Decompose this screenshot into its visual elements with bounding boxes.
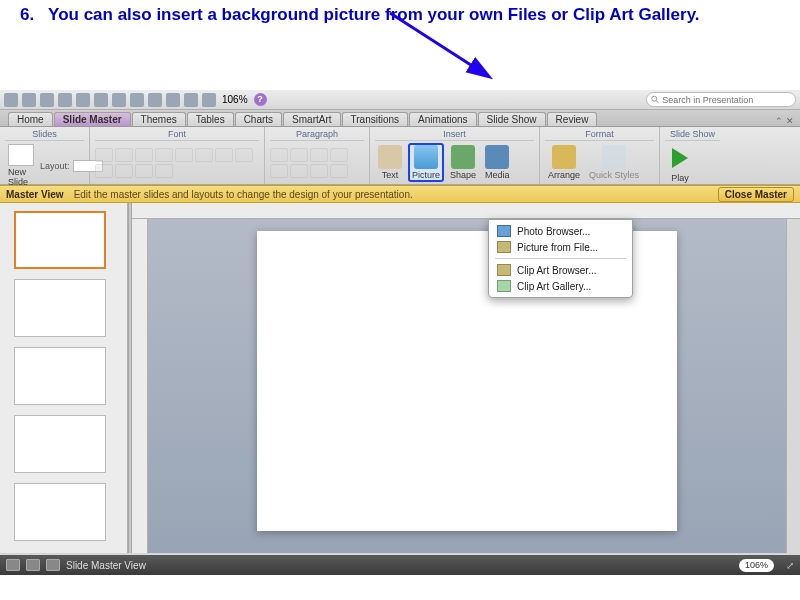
step-text: You can also insert a background picture… — [48, 5, 699, 24]
slide-thumbnail-panel[interactable] — [0, 203, 128, 553]
clipart-browser-icon — [497, 264, 511, 276]
cut-icon[interactable] — [112, 93, 126, 107]
quickstyles-button[interactable]: Quick Styles — [586, 144, 642, 181]
svg-line-0 — [390, 13, 488, 76]
fit-icon[interactable]: ⤢ — [786, 560, 794, 571]
menu-label: Picture from File... — [517, 242, 598, 253]
shape-button[interactable]: Shape — [447, 144, 479, 181]
play-label: Play — [671, 173, 689, 183]
copy-icon[interactable] — [130, 93, 144, 107]
toolbox-icon[interactable] — [184, 93, 198, 107]
picture-dropdown-menu: Photo Browser... Picture from File... Cl… — [488, 219, 633, 298]
arrange-icon — [552, 145, 576, 169]
group-title-insert: Insert — [375, 129, 534, 141]
new-slide-button[interactable]: New Slide — [5, 143, 37, 188]
status-view-label: Slide Master View — [66, 560, 146, 571]
media-label: Media — [485, 170, 510, 180]
tab-animations[interactable]: Animations — [409, 112, 476, 126]
media-icon — [485, 145, 509, 169]
search-box[interactable] — [646, 92, 796, 107]
play-button[interactable]: Play — [665, 143, 695, 184]
redo-icon[interactable] — [94, 93, 108, 107]
group-font: Font — [90, 127, 265, 184]
view-normal-icon[interactable] — [6, 559, 20, 571]
group-title-format: Format — [545, 129, 654, 141]
font-controls[interactable] — [95, 148, 255, 178]
group-format: Format Arrange Quick Styles — [540, 127, 660, 184]
menu-clipart-browser[interactable]: Clip Art Browser... — [489, 262, 632, 278]
format-icon[interactable] — [166, 93, 180, 107]
master-view-infobar: Master View Edit the master slides and l… — [0, 185, 800, 203]
tab-review[interactable]: Review — [547, 112, 598, 126]
menu-clipart-gallery[interactable]: Clip Art Gallery... — [489, 278, 632, 294]
group-slides: Slides New Slide Layout: — [0, 127, 90, 184]
shape-label: Shape — [450, 170, 476, 180]
text-icon — [378, 145, 402, 169]
close-master-button[interactable]: Close Master — [718, 187, 794, 202]
master-view-title: Master View — [6, 189, 64, 200]
picture-label: Picture — [412, 170, 440, 180]
view-sorter-icon[interactable] — [26, 559, 40, 571]
slide-thumbnail[interactable] — [14, 347, 106, 405]
save-icon[interactable] — [40, 93, 54, 107]
layout-label: Layout: — [40, 161, 70, 171]
menu-label: Clip Art Gallery... — [517, 281, 591, 292]
ribbon-collapse-icon[interactable]: ⌃ ✕ — [775, 116, 794, 126]
slide-thumbnail[interactable] — [14, 279, 106, 337]
menu-photo-browser[interactable]: Photo Browser... — [489, 223, 632, 239]
view-slideshow-icon[interactable] — [46, 559, 60, 571]
picture-button[interactable]: Picture — [408, 143, 444, 182]
menu-label: Photo Browser... — [517, 226, 590, 237]
status-zoom[interactable]: 106% — [739, 559, 774, 572]
group-insert: Insert Text Picture Shape Media — [370, 127, 540, 184]
menu-picture-from-file[interactable]: Picture from File... — [489, 239, 632, 255]
tab-slide-master[interactable]: Slide Master — [54, 112, 131, 126]
open-icon[interactable] — [22, 93, 36, 107]
scrollbar-vertical[interactable] — [786, 219, 800, 553]
tab-slide-show[interactable]: Slide Show — [478, 112, 546, 126]
new-slide-icon — [8, 144, 34, 166]
paste-icon[interactable] — [148, 93, 162, 107]
picture-file-icon — [497, 241, 511, 253]
quick-access-toolbar: 106% ? — [0, 90, 800, 110]
undo-icon[interactable] — [76, 93, 90, 107]
photo-browser-icon — [497, 225, 511, 237]
slide-thumbnail[interactable] — [14, 211, 106, 269]
group-paragraph: Paragraph — [265, 127, 370, 184]
status-bar: Slide Master View 106% ⤢ — [0, 555, 800, 575]
new-icon[interactable] — [4, 93, 18, 107]
help-icon[interactable]: ? — [254, 93, 267, 106]
tab-themes[interactable]: Themes — [132, 112, 186, 126]
slide-canvas[interactable]: Photo Browser... Picture from File... Cl… — [148, 219, 786, 553]
tab-transitions[interactable]: Transitions — [342, 112, 409, 126]
text-label: Text — [382, 170, 399, 180]
tab-smartart[interactable]: SmartArt — [283, 112, 340, 126]
slide-thumbnail[interactable] — [14, 415, 106, 473]
quickstyles-icon — [602, 145, 626, 169]
group-title-slides: Slides — [5, 129, 84, 141]
clipart-gallery-icon — [497, 280, 511, 292]
group-slideshow: Slide Show Play — [660, 127, 725, 184]
tab-tables[interactable]: Tables — [187, 112, 234, 126]
print-icon[interactable] — [58, 93, 72, 107]
powerpoint-window: 106% ? Home Slide Master Themes Tables C… — [0, 90, 800, 555]
slide-thumbnail[interactable] — [14, 483, 106, 541]
text-button[interactable]: Text — [375, 144, 405, 181]
paragraph-controls[interactable] — [270, 148, 364, 178]
ruler-horizontal — [132, 203, 800, 219]
tab-charts[interactable]: Charts — [235, 112, 282, 126]
quickstyles-label: Quick Styles — [589, 170, 639, 180]
zoom-icon[interactable] — [202, 93, 216, 107]
group-title-font: Font — [95, 129, 259, 141]
ribbon: Slides New Slide Layout: Font Paragraph … — [0, 127, 800, 185]
group-title-slideshow: Slide Show — [665, 129, 720, 141]
workspace: Photo Browser... Picture from File... Cl… — [0, 203, 800, 553]
ruler-vertical — [132, 219, 148, 553]
zoom-value[interactable]: 106% — [222, 94, 248, 105]
play-icon — [672, 148, 688, 168]
search-input[interactable] — [662, 95, 791, 105]
media-button[interactable]: Media — [482, 144, 513, 181]
svg-line-2 — [656, 100, 658, 102]
tab-home[interactable]: Home — [8, 112, 53, 126]
arrange-button[interactable]: Arrange — [545, 144, 583, 181]
